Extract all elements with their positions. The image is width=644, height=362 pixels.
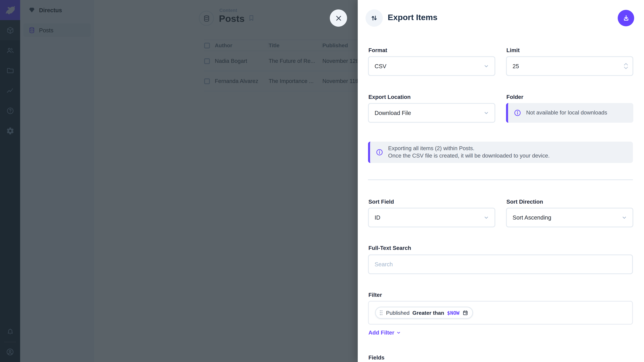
add-filter-button[interactable]: Add Filter [368, 330, 401, 336]
close-icon [335, 14, 342, 22]
chevron-down-icon [483, 63, 490, 69]
folder-notice: Not available for local downloads [506, 103, 633, 123]
sort-direction-value: Sort Ascending [507, 214, 621, 221]
filter-operator[interactable]: Greater than [412, 310, 444, 316]
sort-field-value: ID [369, 214, 483, 221]
download-icon [622, 14, 630, 22]
add-filter-label: Add Filter [368, 330, 394, 336]
drawer-title: Export Items [388, 13, 438, 22]
filter-value[interactable]: $NOW [447, 310, 460, 316]
limit-input[interactable]: 25 [506, 56, 633, 76]
drawer-header-icon [366, 9, 383, 27]
filter-rule-chip[interactable]: Published Greater than $NOW [375, 307, 473, 319]
sort-direction-label: Sort Direction [506, 199, 543, 205]
sort-field-label: Sort Field [368, 199, 394, 205]
search-input[interactable] [368, 254, 633, 274]
close-drawer-button[interactable] [330, 9, 347, 27]
calendar-icon[interactable] [462, 310, 468, 316]
filter-field[interactable]: Published [386, 310, 410, 316]
number-stepper[interactable] [624, 63, 628, 69]
folder-notice-text: Not available for local downloads [526, 109, 607, 116]
filter-label: Filter [368, 292, 382, 298]
sort-direction-select[interactable]: Sort Ascending [506, 208, 633, 227]
chevron-up-icon [624, 63, 628, 66]
limit-value: 25 [507, 63, 624, 69]
filter-container: Published Greater than $NOW [368, 301, 633, 325]
limit-label: Limit [506, 47, 520, 53]
export-location-select[interactable]: Download File [368, 103, 495, 123]
export-info-text: Exporting all items (2) within Posts. On… [388, 145, 550, 160]
export-items-drawer: Export Items Format Limit CSV 25 Export … [358, 0, 644, 362]
chevron-down-icon [396, 330, 401, 335]
info-icon [376, 149, 383, 156]
chevron-down-icon [624, 66, 628, 69]
fields-label: Fields [368, 355, 384, 361]
import-export-icon [370, 14, 378, 22]
sort-field-select[interactable]: ID [368, 208, 495, 227]
drag-handle-icon[interactable] [379, 310, 383, 316]
folder-label: Folder [506, 94, 524, 100]
export-info-notice: Exporting all items (2) within Posts. On… [368, 142, 633, 163]
section-divider [368, 179, 633, 180]
info-icon [514, 109, 521, 116]
screen: Directus Posts Content Posts [0, 0, 644, 362]
export-location-label: Export Location [368, 94, 411, 100]
search-label: Full-Text Search [368, 245, 411, 251]
format-label: Format [368, 47, 387, 53]
chevron-down-icon [483, 214, 490, 221]
export-download-button[interactable] [618, 10, 634, 26]
chevron-down-icon [621, 214, 628, 221]
export-location-value: Download File [369, 110, 483, 116]
format-select[interactable]: CSV [368, 56, 495, 76]
format-value: CSV [369, 63, 483, 69]
chevron-down-icon [483, 110, 490, 116]
